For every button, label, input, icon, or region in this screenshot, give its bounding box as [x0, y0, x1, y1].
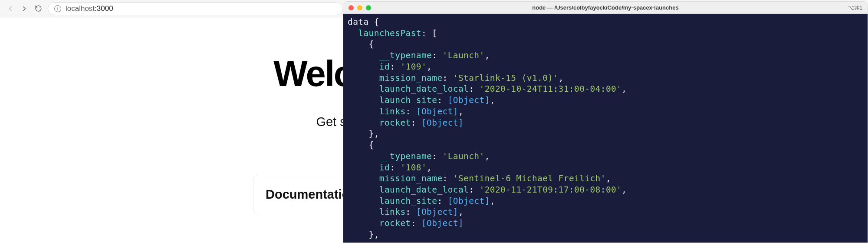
- site-info-icon[interactable]: i: [54, 5, 61, 12]
- terminal-title: node — /Users/colbyfayock/Code/my-spacex…: [343, 4, 868, 11]
- terminal-window: node — /Users/colbyfayock/Code/my-spacex…: [343, 1, 868, 243]
- terminal-output[interactable]: data { launchesPast: [ { __typename: 'La…: [343, 14, 868, 243]
- url-text: localhost:3000: [66, 4, 113, 13]
- minimize-icon[interactable]: [357, 5, 362, 10]
- terminal-shortcut-hint: ⌥⌘1: [848, 5, 862, 11]
- close-icon[interactable]: [349, 5, 354, 10]
- forward-button[interactable]: [20, 4, 29, 13]
- terminal-titlebar[interactable]: node — /Users/colbyfayock/Code/my-spacex…: [343, 2, 868, 14]
- reload-button[interactable]: [34, 4, 43, 13]
- zoom-icon[interactable]: [366, 5, 371, 10]
- address-bar[interactable]: i localhost:3000: [48, 2, 343, 15]
- back-button[interactable]: [6, 4, 15, 13]
